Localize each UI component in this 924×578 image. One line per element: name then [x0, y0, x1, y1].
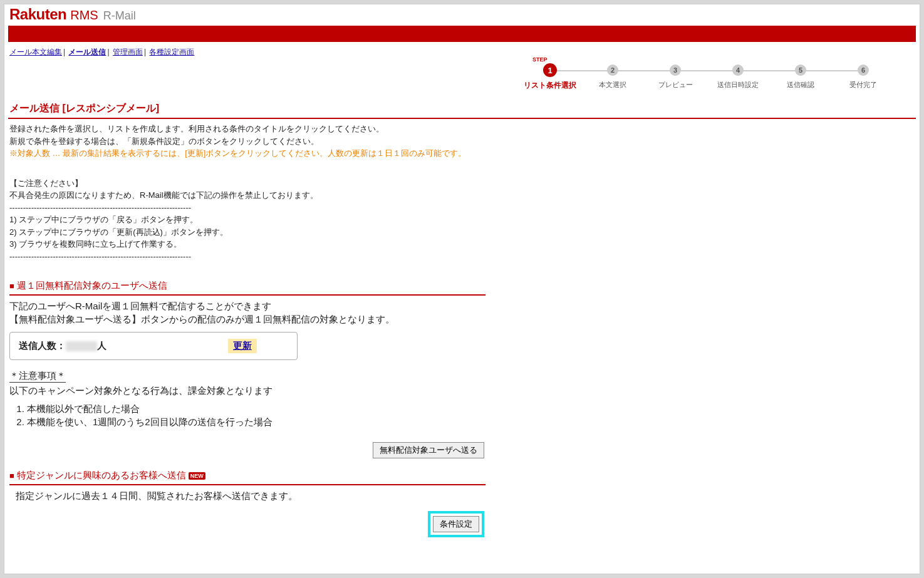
weekly-caution-head: ＊注意事項＊ — [9, 370, 66, 383]
step-2: 2 本文選択 — [581, 64, 644, 90]
weekly-p1: 下記のユーザへR-Mailを週１回無料で配信することができます — [9, 301, 915, 312]
caution-head: 【ご注意ください】 — [9, 177, 915, 190]
send-count-box: 送信人数： 人 更新 — [9, 332, 298, 360]
page-title: メール送信 [レスポンシブメール] — [4, 95, 920, 118]
step-indicator: STEP 1 リスト条件選択 2 本文選択 3 プレビュー 4 送信日時設定 5… — [4, 60, 920, 95]
condition-setting-button[interactable]: 条件設定 — [433, 516, 479, 532]
caution-rule-2: 2) ステップ中にブラウザの「更新(再読込)」ボタンを押す。 — [9, 226, 915, 239]
step-5: 5 送信確認 — [769, 64, 832, 90]
send-free-target-button[interactable]: 無料配信対象ユーザへ送る — [373, 442, 484, 458]
update-link[interactable]: 更新 — [228, 339, 257, 353]
caution-rule-3: 3) ブラウザを複数同時に立ち上げて作業する。 — [9, 238, 915, 250]
caution-dash-2: ----------------------------------------… — [9, 250, 915, 263]
app-header: Rakuten RMS R-Mail — [4, 4, 920, 23]
breadcrumb-link-0[interactable]: メール本文編集 — [9, 48, 62, 56]
intro-note: ※対象人数 … 最新の集計結果を表示するには、[更新]ボタンをクリックしてくださ… — [9, 147, 915, 160]
caution-dash-1: ----------------------------------------… — [9, 202, 915, 214]
brand-rms: RMS — [70, 8, 98, 23]
intro-line-2: 新規で条件を登録する場合は、「新規条件設定」のボタンをクリックしてください。 — [9, 135, 915, 148]
square-icon: ■ — [9, 281, 14, 291]
caution-lead: 不具合発生の原因になりますため、R-Mail機能では下記の操作を禁止しております… — [9, 189, 915, 202]
header-red-bar — [8, 26, 916, 42]
weekly-caution-lead: 以下のキャンペーン対象外となる行為は、課金対象となります — [9, 385, 915, 397]
genre-title: 特定ジャンルに興味のあるお客様へ送信 — [17, 470, 186, 482]
brand-sub: R-Mail — [103, 9, 136, 23]
weekly-caution-li1: 本機能以外で配信した場合 — [27, 403, 915, 415]
breadcrumb: メール本文編集| メール送信| 管理画面| 各種設定画面 — [4, 46, 920, 60]
breadcrumb-link-3[interactable]: 各種設定画面 — [149, 48, 194, 56]
send-count-unit: 人 — [97, 340, 106, 352]
square-icon: ■ — [9, 471, 14, 480]
step-4: 4 送信日時設定 — [707, 64, 769, 90]
send-count-label: 送信人数： — [19, 340, 66, 352]
weekly-p2: 【無料配信対象ユーザへ送る】ボタンからの配信のみが週１回無料配信の対象となります… — [9, 314, 915, 326]
breadcrumb-link-2[interactable]: 管理画面 — [113, 48, 143, 56]
brand-logo: Rakuten — [9, 6, 66, 23]
breadcrumb-link-1[interactable]: メール送信 — [68, 48, 106, 56]
weekly-title: 週１回無料配信対象のユーザへ送信 — [17, 280, 167, 292]
genre-p1: 指定ジャンルに過去１４日間、閲覧されたお客様へ送信できます。 — [9, 490, 915, 502]
step-1: STEP 1 リスト条件選択 — [519, 64, 581, 91]
send-count-value — [66, 341, 97, 351]
highlight-frame: 条件設定 — [428, 511, 484, 537]
step-6: 6 受付完了 — [832, 64, 895, 90]
weekly-caution-li2: 本機能を使い、1週間のうち2回目以降の送信を行った場合 — [27, 416, 915, 428]
intro-line-1: 登録された条件を選択し、リストを作成します。利用される条件のタイトルをクリックし… — [9, 123, 915, 135]
new-badge: NEW — [189, 472, 205, 480]
caution-rule-1: 1) ステップ中にブラウザの「戻る」ボタンを押す。 — [9, 214, 915, 226]
step-3: 3 プレビュー — [644, 64, 707, 90]
